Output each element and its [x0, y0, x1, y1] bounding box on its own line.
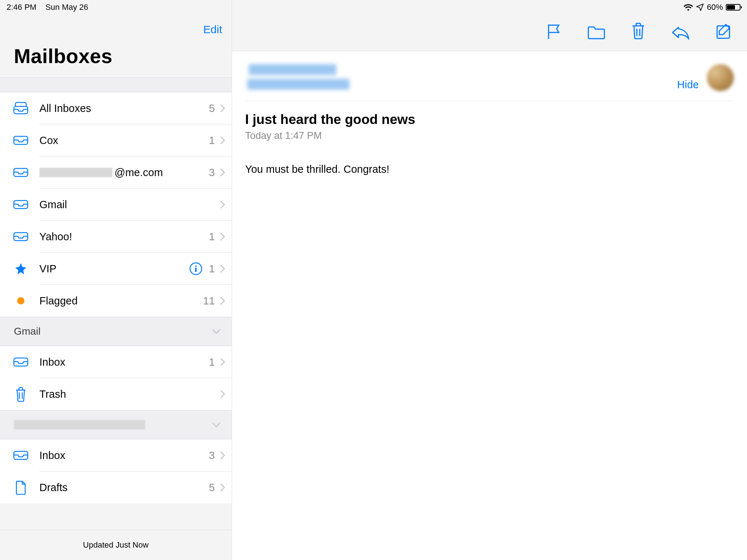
- edit-button[interactable]: Edit: [203, 23, 222, 36]
- message-timestamp: Today at 1:47 PM: [245, 130, 734, 141]
- mailbox-yahoo[interactable]: Yahoo! 1: [0, 221, 232, 253]
- mailbox-label: Flagged: [31, 295, 203, 307]
- chevron-right-icon: [220, 390, 225, 398]
- main-pane: Hide I just heard the good news Today at…: [232, 0, 747, 560]
- section-header-gmail[interactable]: Gmail: [0, 317, 232, 346]
- sidebar-title: Mailboxes: [0, 39, 232, 77]
- status-bar: 2:46 PM Sun May 26 60%: [0, 0, 747, 15]
- mailbox-label: Yahoo!: [31, 231, 209, 243]
- mailbox-count: 3: [209, 450, 215, 462]
- sender-avatar[interactable]: [707, 64, 734, 91]
- mailbox-count: 1: [209, 263, 215, 275]
- message-sender-block[interactable]: [245, 64, 349, 93]
- chevron-right-icon: [220, 264, 225, 273]
- sidebar-status: Updated Just Now: [0, 530, 232, 560]
- mailbox-gmail-trash[interactable]: Trash: [0, 378, 232, 410]
- status-left: 2:46 PM Sun May 26: [7, 3, 88, 12]
- mailbox-label: Trash: [31, 388, 220, 400]
- svg-point-6: [195, 265, 197, 267]
- mailbox-acc2-inbox[interactable]: Inbox 3: [0, 439, 232, 471]
- chevron-right-icon: [220, 232, 225, 241]
- section-header-label: Gmail: [14, 326, 40, 337]
- flag-dot-icon: [11, 296, 31, 305]
- svg-point-8: [17, 297, 24, 304]
- mailbox-cox[interactable]: Cox 1: [0, 124, 232, 156]
- mailbox-label: VIP: [31, 263, 189, 275]
- mailbox-gmail-inbox[interactable]: Inbox 1: [0, 346, 232, 378]
- star-icon: [11, 262, 31, 275]
- message-header: Hide: [245, 58, 734, 101]
- message-pane: Hide I just heard the good news Today at…: [232, 51, 747, 560]
- tray-icon: [11, 231, 31, 242]
- mailbox-label: Drafts: [31, 482, 209, 494]
- chevron-right-icon: [220, 483, 225, 492]
- tray-stack-icon: [11, 101, 31, 115]
- tray-icon: [11, 167, 31, 178]
- tray-icon: [11, 199, 31, 210]
- status-right: 60%: [684, 3, 740, 12]
- redacted-text: [39, 168, 112, 177]
- mailbox-acc2-drafts[interactable]: Drafts 5: [0, 471, 232, 503]
- mailbox-me-com[interactable]: @me.com 3: [0, 156, 232, 188]
- chevron-right-icon: [220, 451, 225, 460]
- mailbox-label: Gmail: [31, 199, 220, 211]
- mailbox-count: 1: [209, 356, 215, 368]
- mailbox-all-inboxes[interactable]: All Inboxes 5: [0, 92, 232, 124]
- mailbox-flagged[interactable]: Flagged 11: [0, 285, 232, 317]
- chevron-right-icon: [220, 104, 225, 113]
- section-header-redacted[interactable]: [0, 410, 232, 439]
- chevron-right-icon: [220, 296, 225, 305]
- chevron-down-icon: [212, 422, 221, 427]
- chevron-right-icon: [220, 168, 225, 177]
- svg-rect-7: [195, 268, 197, 272]
- tray-icon: [11, 135, 31, 146]
- flag-button[interactable]: [546, 23, 562, 41]
- mailbox-label: @me.com: [31, 167, 209, 179]
- redacted-text: [14, 420, 145, 429]
- compose-button[interactable]: [716, 23, 732, 41]
- wifi-icon: [684, 4, 693, 11]
- document-icon: [11, 480, 31, 495]
- status-date: Sun May 26: [45, 3, 88, 12]
- mailbox-count: 3: [209, 167, 215, 179]
- redacted-sender: [249, 64, 336, 75]
- location-icon: [696, 3, 704, 11]
- mailbox-count: 1: [209, 135, 215, 147]
- chevron-down-icon: [212, 329, 221, 334]
- mailbox-label: All Inboxes: [31, 102, 209, 114]
- tray-icon: [11, 357, 31, 368]
- mailbox-vip[interactable]: VIP 1: [0, 253, 232, 285]
- mailbox-count: 11: [203, 295, 215, 307]
- mailbox-count: 1: [209, 231, 215, 243]
- message-body: You must be thrilled. Congrats!: [245, 163, 734, 175]
- delete-button[interactable]: [631, 22, 646, 41]
- mailbox-label: Inbox: [31, 450, 209, 462]
- sidebar: Edit Mailboxes All Inboxes 5: [0, 0, 232, 560]
- mailbox-list: All Inboxes 5 Cox 1: [0, 92, 232, 317]
- chevron-right-icon: [220, 136, 225, 145]
- trash-icon: [11, 386, 31, 402]
- reply-button[interactable]: [671, 25, 690, 41]
- mailbox-label: Cox: [31, 135, 209, 147]
- move-button[interactable]: [587, 25, 605, 41]
- status-time: 2:46 PM: [7, 3, 36, 12]
- battery-percent: 60%: [707, 3, 723, 12]
- svg-rect-0: [14, 106, 28, 114]
- chevron-right-icon: [220, 358, 225, 366]
- hide-button[interactable]: Hide: [677, 65, 699, 91]
- mailbox-label: Inbox: [31, 356, 209, 368]
- mailbox-count: 5: [209, 482, 215, 494]
- mailbox-gmail[interactable]: Gmail: [0, 188, 232, 221]
- mailbox-count: 5: [209, 102, 215, 114]
- tray-icon: [11, 450, 31, 461]
- redacted-recipient: [247, 79, 349, 90]
- info-icon[interactable]: [189, 262, 202, 275]
- chevron-right-icon: [220, 200, 225, 209]
- battery-icon: [726, 4, 740, 11]
- message-subject: I just heard the good news: [245, 112, 734, 127]
